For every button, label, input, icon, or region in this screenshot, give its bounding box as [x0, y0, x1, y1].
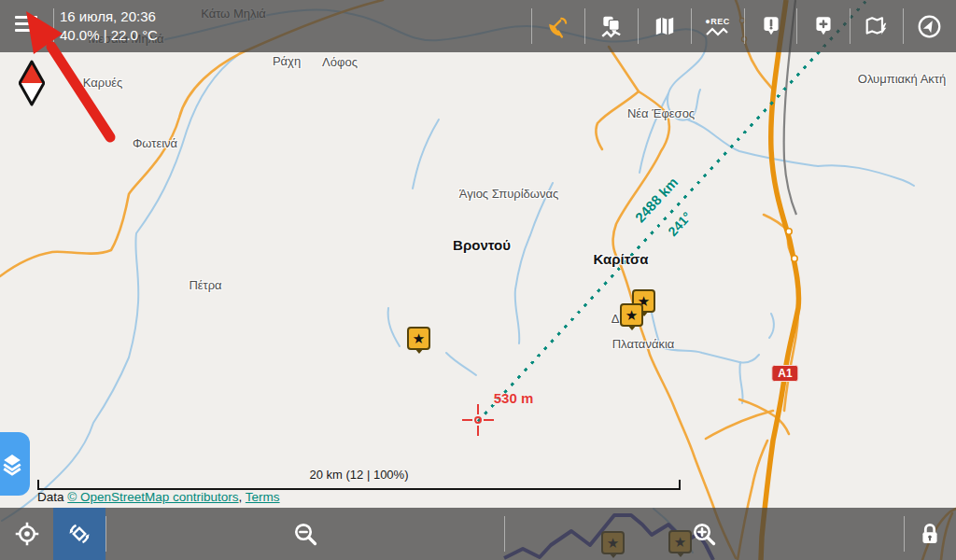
map-place-label: Λόφος	[322, 55, 358, 69]
zoom-out-button[interactable]	[278, 508, 331, 560]
map-place-label: Δ	[612, 312, 620, 326]
highway-a1-path	[761, 0, 799, 560]
map-place-label: Φωτεινά	[133, 136, 177, 150]
record-track-icon: ●REC	[705, 17, 729, 36]
scale-bar: 20 km (12 | 100%)	[37, 468, 681, 490]
waypoints-track-icon	[599, 14, 624, 38]
compass-needle[interactable]	[19, 60, 45, 106]
layers-icon	[0, 451, 25, 477]
gps-satellite-button[interactable]	[531, 0, 584, 52]
waypoint-add-icon	[811, 14, 836, 38]
zoom-in-icon	[691, 521, 717, 547]
record-track-button[interactable]: ●REC	[691, 0, 744, 52]
map-icon	[653, 14, 677, 38]
osm-contributors-link[interactable]: © OpenStreetMap contributors	[67, 490, 238, 504]
gps-satellite-icon	[546, 14, 570, 38]
datetime-label: 16 июля, 20:36	[60, 7, 158, 26]
map-place-label: Πέτρα	[189, 278, 221, 292]
map-place-label: Βροντού	[453, 237, 511, 253]
waypoint-add-button[interactable]	[796, 0, 850, 52]
layers-button[interactable]	[0, 432, 30, 496]
waypoint-star-icon: ★	[413, 331, 425, 345]
waypoints-track-button[interactable]	[584, 0, 638, 52]
status-text: 16 июля, 20:36 40.0% | 22.0 °C	[60, 7, 158, 45]
attribution-prefix: Data	[37, 490, 67, 504]
map-flash-icon	[865, 14, 889, 38]
terms-link[interactable]: Terms	[246, 490, 280, 504]
highway-badge: A1	[771, 365, 798, 382]
map-flash-button[interactable]	[850, 0, 903, 52]
map-place-label: Καρυές	[83, 76, 123, 90]
map-place-label: Ράχη	[273, 54, 301, 68]
rec-label: ●REC	[705, 17, 729, 26]
attribution: Data © OpenStreetMap contributors, Terms	[37, 490, 280, 504]
cursor-elevation-label: 530 m	[494, 390, 534, 406]
waypoint-alert-button[interactable]	[744, 0, 797, 52]
lock-icon	[917, 521, 943, 547]
bottom-toolbar	[0, 508, 956, 560]
map-place-label: Καρίτσα	[594, 251, 649, 267]
lock-button[interactable]	[903, 508, 956, 560]
map-application: 2488 km 241° Κάτω ΜηλιάΜεσαία ΜηλιάΡάχηΛ…	[0, 0, 956, 560]
navigation-icon	[917, 14, 942, 39]
map-place-label: Πλατανάκια	[612, 337, 675, 351]
waypoint-marker[interactable]: ★	[407, 327, 430, 350]
top-toolbar: 16 июля, 20:36 40.0% | 22.0 °C	[0, 0, 956, 52]
zoom-in-button[interactable]	[677, 508, 730, 560]
waypoint-alert-icon	[759, 14, 783, 38]
map-place-label: Ολυμπιακή Ακτή	[858, 72, 946, 86]
battery-temp-label: 40.0% | 22.0 °C	[60, 26, 158, 45]
map-place-label: Νέα Έφεσος	[627, 106, 695, 120]
rotate-map-button[interactable]	[53, 508, 105, 560]
menu-button[interactable]	[15, 16, 37, 36]
rotate-map-icon	[66, 521, 92, 547]
navigation-button[interactable]	[903, 0, 956, 52]
zoom-out-icon	[292, 521, 318, 547]
map-place-label: Άγιος Σπυρίδωνας	[459, 187, 558, 201]
waypoint-star-icon: ★	[626, 308, 638, 322]
waypoint-marker[interactable]: ★	[620, 303, 643, 327]
locate-icon	[14, 521, 40, 547]
attribution-separator: ,	[239, 490, 246, 504]
map-button[interactable]	[638, 0, 691, 52]
locate-button[interactable]	[0, 508, 53, 560]
